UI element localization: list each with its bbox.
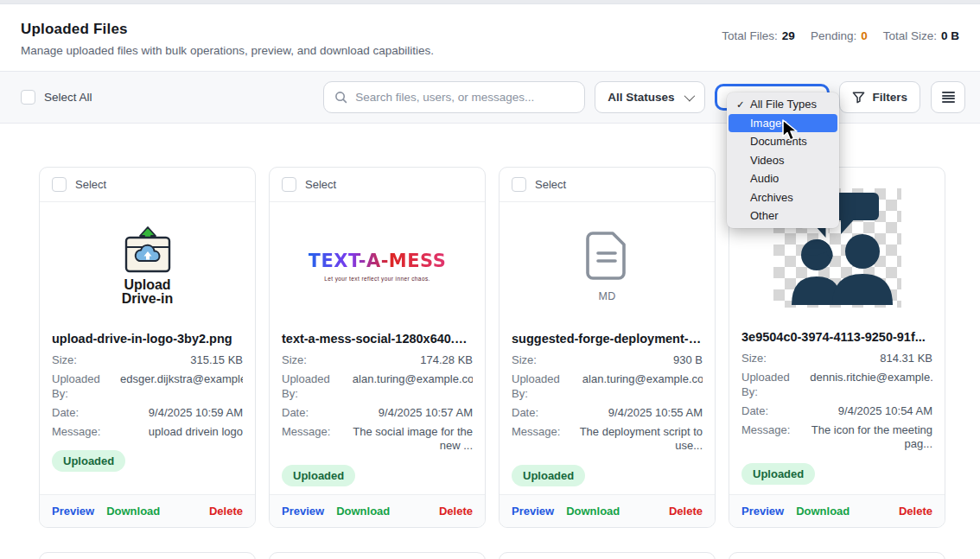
file-name: text-a-mess-social-1280x640.png: [270, 330, 485, 346]
card-select-label: Select: [75, 178, 106, 191]
dropdown-option-audio[interactable]: Audio: [729, 169, 837, 188]
delete-button[interactable]: Delete: [209, 505, 243, 518]
card-select-row[interactable]: Select: [270, 553, 485, 559]
status-badge: Uploaded: [512, 465, 585, 486]
file-card-partial: Select: [39, 552, 256, 559]
page-header: Uploaded Files Manage uploaded files wit…: [0, 4, 980, 71]
funnel-icon: [852, 91, 865, 104]
thumbnail-text-a-mess: TEXT-A-MESS Let your text reflect your i…: [270, 202, 485, 330]
page-title: Uploaded Files: [21, 21, 434, 38]
stat-pending: Pending:0: [811, 29, 868, 42]
dropdown-option-videos[interactable]: Videos: [729, 151, 837, 170]
card-select-row[interactable]: Select: [270, 168, 485, 202]
file-type-dropdown-menu: ✓ All File Types Images Documents Videos…: [727, 92, 839, 228]
search-input[interactable]: [355, 91, 574, 104]
card-actions: Preview Download Delete: [270, 494, 485, 527]
file-meta: Size:315.15 KB Uploaded By:edsger.dijkst…: [40, 346, 255, 439]
select-all-label: Select All: [44, 91, 92, 104]
stat-pending-value: 0: [861, 29, 868, 42]
thumbnail-document: MD: [500, 202, 715, 330]
dropdown-option-archives[interactable]: Archives: [729, 188, 837, 207]
status-badge: Uploaded: [741, 463, 815, 485]
status-badge: Uploaded: [282, 465, 355, 486]
meta-size: Size:174.28 KB: [282, 353, 473, 368]
card-checkbox[interactable]: [52, 177, 67, 192]
card-select-label: Select: [305, 178, 336, 191]
file-card-upload-drive-in: Select Upload Drive-in upload-dr: [39, 167, 256, 528]
card-select-row[interactable]: Select: [729, 553, 945, 559]
file-card-deployment-script: Select MD suggested-forge-deployment-sc.…: [499, 167, 716, 528]
card-select-row[interactable]: Select: [40, 553, 255, 559]
stat-total-size-value: 0 B: [941, 29, 959, 42]
list-view-icon: [942, 92, 955, 103]
delete-button[interactable]: Delete: [899, 505, 932, 518]
file-card-partial: Select: [729, 552, 945, 559]
preview-button[interactable]: Preview: [512, 505, 554, 518]
meta-message: Message:The social image for the new ...: [282, 425, 473, 454]
meta-size: Size:814.31 KB: [741, 352, 932, 366]
checkmark-icon: ✓: [736, 98, 750, 111]
preview-button[interactable]: Preview: [52, 505, 94, 518]
download-button[interactable]: Download: [336, 505, 390, 518]
meta-uploaded-by: Uploaded By:alan.turing@example.com: [512, 372, 703, 402]
stat-pending-label: Pending:: [811, 29, 856, 42]
card-actions: Preview Download Delete: [500, 494, 715, 527]
view-mode-button[interactable]: [931, 81, 965, 113]
status-filter-select[interactable]: All Statuses: [595, 81, 705, 113]
preview-button[interactable]: Preview: [282, 505, 324, 518]
select-all[interactable]: Select All: [21, 90, 92, 105]
file-name: 3e9504c0-3974-4113-9250-91f...: [729, 328, 945, 344]
mouse-cursor: [780, 119, 801, 142]
download-button[interactable]: Download: [566, 505, 620, 518]
thumbnail-upload-drive-in-logo: Upload Drive-in: [40, 202, 255, 330]
card-select-row[interactable]: Select: [40, 168, 255, 202]
summary-stats: Total Files:29 Pending:0 Total Size:0 B: [722, 29, 959, 42]
meta-date: Date:9/4/2025 10:54 AM: [741, 404, 932, 419]
card-actions: Preview Download Delete: [729, 494, 945, 527]
document-type-label: MD: [598, 290, 615, 302]
file-name: suggested-forge-deployment-sc...: [500, 330, 715, 346]
meta-uploaded-by: Uploaded By:alan.turing@example.com: [282, 372, 473, 402]
stat-total-size: Total Size:0 B: [883, 29, 959, 42]
file-meta: Size:174.28 KB Uploaded By:alan.turing@e…: [270, 346, 485, 454]
stat-total-files: Total Files:29: [722, 29, 795, 42]
page-subtitle: Manage uploaded files with bulk operatio…: [21, 44, 434, 57]
file-name: upload-drive-in-logo-3by2.png: [40, 330, 255, 346]
file-card-partial: Select: [269, 552, 486, 559]
meta-size: Size:315.15 KB: [52, 353, 243, 368]
text-a-mess-tagline: Let your text reflect your inner chaos.: [324, 276, 430, 282]
delete-button[interactable]: Delete: [439, 505, 473, 518]
preview-button[interactable]: Preview: [741, 505, 784, 518]
card-select-label: Select: [535, 178, 566, 191]
stat-total-files-label: Total Files:: [722, 29, 778, 42]
card-checkbox[interactable]: [282, 177, 296, 192]
document-icon: [584, 230, 631, 282]
meta-size: Size:930 B: [512, 353, 703, 368]
meta-message: Message:The deployment script to use...: [512, 425, 703, 454]
chevron-down-icon: [684, 91, 696, 102]
card-select-row[interactable]: Select: [500, 553, 715, 559]
file-meta: Size:930 B Uploaded By:alan.turing@examp…: [500, 346, 715, 454]
upload-folder-icon: [120, 226, 175, 275]
card-select-row[interactable]: Select: [500, 168, 715, 202]
stat-total-files-value: 29: [782, 29, 795, 42]
meta-uploaded-by: Uploaded By:dennis.ritchie@example.c...: [741, 371, 932, 400]
delete-button[interactable]: Delete: [669, 505, 703, 518]
filters-button-label: Filters: [872, 91, 907, 104]
file-card-partial: Select: [499, 552, 716, 559]
meta-uploaded-by: Uploaded By:edsger.dijkstra@example....: [52, 372, 243, 402]
file-meta: Size:814.31 KB Uploaded By:dennis.ritchi…: [729, 344, 945, 452]
search-box[interactable]: [323, 81, 585, 113]
dropdown-option-other[interactable]: Other: [729, 206, 837, 226]
select-all-checkbox[interactable]: [21, 90, 35, 105]
download-button[interactable]: Download: [796, 505, 850, 518]
meta-date: Date:9/4/2025 10:59 AM: [52, 406, 243, 421]
dropdown-option-all-file-types[interactable]: ✓ All File Types: [729, 95, 837, 114]
download-button[interactable]: Download: [106, 505, 160, 518]
meta-date: Date:9/4/2025 10:57 AM: [282, 406, 473, 421]
status-filter-value: All Statuses: [608, 91, 674, 104]
file-card-text-a-mess: Select TEXT-A-MESS Let your text reflect…: [269, 167, 486, 528]
upload-drive-in-wordmark: Upload Drive-in: [122, 278, 174, 307]
card-checkbox[interactable]: [512, 177, 526, 192]
filters-button[interactable]: Filters: [839, 81, 920, 113]
